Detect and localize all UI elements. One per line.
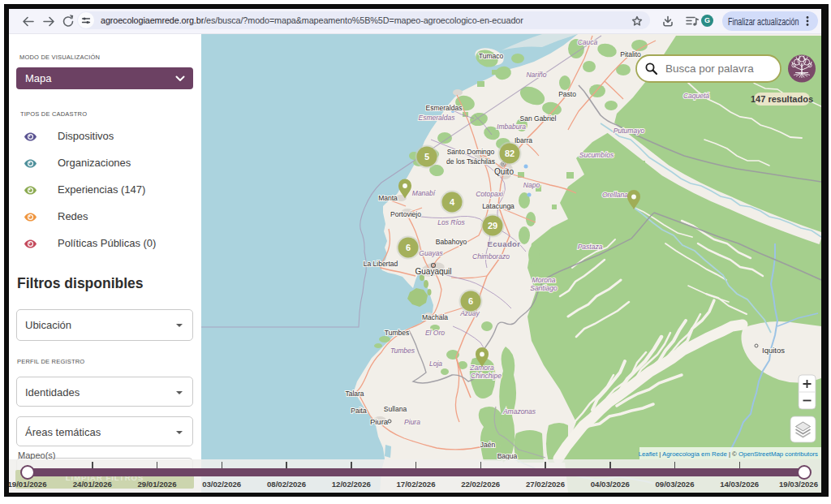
svg-text:Busca por palavra: Busca por palavra <box>665 62 754 75</box>
svg-text:de los Tsáchilas: de los Tsáchilas <box>446 157 495 166</box>
svg-text:Putumayo: Putumayo <box>614 127 645 135</box>
svg-text:82: 82 <box>505 149 515 158</box>
svg-text:Sucumbíos: Sucumbíos <box>579 151 614 159</box>
svg-text:El Oro: El Oro <box>425 329 445 337</box>
svg-text:Los Ríos: Los Ríos <box>437 218 465 226</box>
svg-text:Iquitos: Iquitos <box>762 346 785 355</box>
svg-text:Napo: Napo <box>523 181 540 189</box>
svg-text:Leaflet | Agroecología em Rede: Leaflet | Agroecología em Rede | © OpenS… <box>639 450 818 458</box>
svg-text:Babahoyo: Babahoyo <box>436 238 467 246</box>
svg-text:Tumbes: Tumbes <box>390 347 416 355</box>
svg-text:Santo Domingo: Santo Domingo <box>447 148 495 156</box>
svg-text:Paita: Paita <box>351 407 367 415</box>
svg-text:Ibarra: Ibarra <box>515 136 532 144</box>
svg-text:Amazonas: Amazonas <box>502 407 536 416</box>
svg-text:Talara: Talara <box>345 390 364 398</box>
svg-text:Tumaco: Tumaco <box>479 52 504 60</box>
svg-text:6: 6 <box>406 243 411 252</box>
svg-text:Machala: Machala <box>422 313 448 321</box>
svg-text:San Gabriel: San Gabriel <box>520 114 557 123</box>
svg-text:Pitalito: Pitalito <box>620 50 641 58</box>
svg-text:Guayas: Guayas <box>419 249 443 257</box>
svg-text:Manabí: Manabí <box>412 189 437 197</box>
svg-text:Portoviejo: Portoviejo <box>390 210 421 218</box>
svg-text:Pastaza: Pastaza <box>578 243 603 251</box>
svg-text:Sullana: Sullana <box>384 405 407 413</box>
svg-text:Ecuador: Ecuador <box>488 239 521 248</box>
svg-text:Cauca: Cauca <box>578 38 598 46</box>
svg-text:Cotopaxi: Cotopaxi <box>476 190 504 198</box>
svg-text:Chimborazo: Chimborazo <box>472 252 510 261</box>
svg-text:Latacunga: Latacunga <box>482 202 515 210</box>
svg-text:5: 5 <box>424 152 429 162</box>
svg-text:Esmeraldas: Esmeraldas <box>419 114 456 122</box>
svg-text:Caquetá: Caquetá <box>683 92 709 100</box>
svg-text:Piura: Piura <box>404 418 420 426</box>
svg-text:Loja: Loja <box>429 360 442 368</box>
svg-text:147 resultados: 147 resultados <box>751 94 813 104</box>
svg-text:Tumbes: Tumbes <box>385 329 409 337</box>
svg-text:Piura: Piura <box>370 417 389 426</box>
svg-text:Manta: Manta <box>378 194 398 202</box>
svg-text:Pasto: Pasto <box>558 90 576 98</box>
svg-text:Esmeraldas: Esmeraldas <box>426 104 463 112</box>
svg-text:Santiago: Santiago <box>530 284 558 292</box>
svg-text:6: 6 <box>468 296 473 306</box>
svg-text:Nariño: Nariño <box>526 71 546 79</box>
svg-text:Jaén: Jaén <box>480 441 496 449</box>
svg-text:4: 4 <box>450 197 455 207</box>
svg-text:Imbabura: Imbabura <box>497 123 526 131</box>
svg-text:Quito: Quito <box>494 167 514 176</box>
svg-text:Orellana: Orellana <box>602 191 628 199</box>
svg-text:29: 29 <box>488 221 497 230</box>
svg-text:La Libertad: La Libertad <box>364 260 398 268</box>
svg-text:Chinchipe: Chinchipe <box>471 372 502 380</box>
svg-text:Guayaquil: Guayaquil <box>415 267 451 276</box>
svg-text:Morona: Morona <box>532 276 556 284</box>
